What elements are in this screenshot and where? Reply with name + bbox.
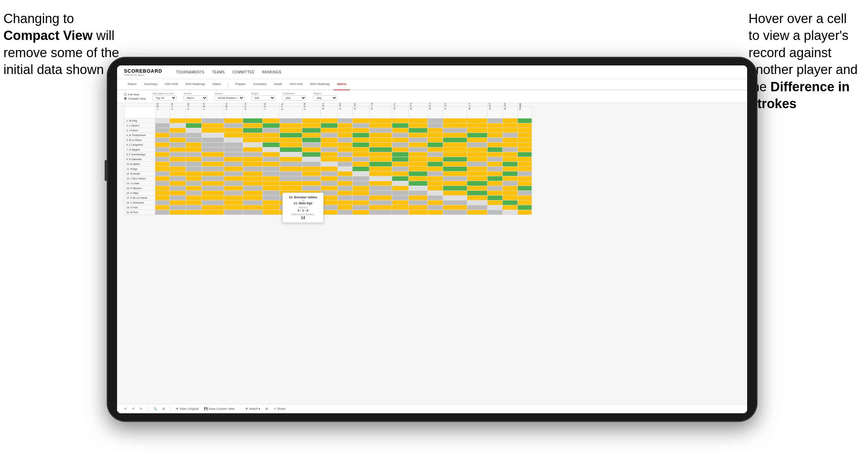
matrix-cell[interactable]: [409, 172, 427, 176]
matrix-cell[interactable]: [224, 167, 243, 172]
matrix-cell[interactable]: [488, 181, 503, 186]
matrix-cell[interactable]: [201, 118, 224, 123]
matrix-cell[interactable]: [427, 118, 443, 123]
matrix-cell[interactable]: [169, 176, 186, 181]
matrix-cell[interactable]: [503, 143, 518, 147]
matrix-cell[interactable]: [338, 196, 353, 200]
matrix-cell[interactable]: [155, 138, 170, 143]
matrix-cell[interactable]: [321, 123, 337, 128]
matrix-cell[interactable]: [518, 152, 532, 157]
matrix-cell[interactable]: [503, 186, 518, 191]
matrix-cell[interactable]: [392, 147, 409, 152]
matrix-cell[interactable]: [443, 157, 467, 162]
matrix-cell[interactable]: [427, 138, 443, 143]
players-select[interactable]: (All): [313, 95, 337, 101]
matrix-cell[interactable]: [443, 176, 467, 181]
matrix-cell[interactable]: [302, 133, 321, 138]
matrix-cell[interactable]: [409, 157, 427, 162]
matrix-cell[interactable]: [352, 167, 369, 172]
toolbar-grid[interactable]: ⊞: [265, 407, 268, 411]
matrix-cell[interactable]: [503, 181, 518, 186]
matrix-cell[interactable]: [488, 191, 503, 196]
matrix-cell[interactable]: [243, 133, 262, 138]
matrix-cell[interactable]: [427, 200, 443, 205]
matrix-cell[interactable]: [443, 147, 467, 152]
matrix-cell[interactable]: [338, 118, 353, 123]
matrix-cell[interactable]: [369, 191, 392, 196]
matrix-cell[interactable]: [338, 186, 353, 191]
matrix-cell[interactable]: [392, 157, 409, 162]
matrix-cell[interactable]: [302, 167, 321, 172]
matrix-cell[interactable]: [169, 128, 186, 133]
matrix-cell[interactable]: [169, 162, 186, 167]
matrix-cell[interactable]: [338, 157, 353, 162]
matrix-cell[interactable]: [201, 172, 224, 176]
matrix-cell[interactable]: [321, 118, 337, 123]
matrix-cell[interactable]: [352, 128, 369, 133]
nav-teams[interactable]: TEAMS: [212, 70, 225, 74]
matrix-cell[interactable]: [352, 205, 369, 210]
matrix-cell[interactable]: [443, 123, 467, 128]
matrix-cell[interactable]: [409, 167, 427, 172]
matrix-cell[interactable]: [503, 196, 518, 200]
nav-tournaments[interactable]: TOURNAMENTS: [176, 70, 205, 74]
matrix-cell[interactable]: [280, 172, 302, 176]
matrix-cell[interactable]: [169, 186, 186, 191]
matrix-cell[interactable]: [263, 196, 280, 200]
matrix-cell[interactable]: [201, 152, 224, 157]
matrix-cell[interactable]: [392, 210, 409, 215]
matrix-cell[interactable]: [280, 157, 302, 162]
matrix-cell[interactable]: [243, 157, 262, 162]
matrix-cell[interactable]: [224, 210, 243, 215]
matrix-cell[interactable]: [338, 181, 353, 186]
matrix-cell[interactable]: [427, 128, 443, 133]
matrix-cell[interactable]: [443, 172, 467, 176]
matrix-cell[interactable]: [169, 172, 186, 176]
matrix-cell[interactable]: [321, 176, 337, 181]
matrix-cell[interactable]: [155, 152, 170, 157]
matrix-cell[interactable]: [369, 181, 392, 186]
matrix-cell[interactable]: [155, 210, 170, 215]
matrix-cell[interactable]: [503, 147, 518, 152]
matrix-cell[interactable]: [243, 152, 262, 157]
matrix-cell[interactable]: [201, 157, 224, 162]
matrix-cell[interactable]: [488, 172, 503, 176]
matrix-cell[interactable]: [201, 162, 224, 167]
matrix-cell[interactable]: [352, 196, 369, 200]
matrix-cell[interactable]: [186, 157, 201, 162]
matrix-cell[interactable]: [169, 200, 186, 205]
matrix-cell[interactable]: [503, 172, 518, 176]
matrix-cell[interactable]: [338, 147, 353, 152]
matrix-cell[interactable]: [169, 152, 186, 157]
matrix-cell[interactable]: [243, 200, 262, 205]
matrix-cell[interactable]: [280, 162, 302, 167]
matrix-cell[interactable]: [263, 200, 280, 205]
matrix-cell[interactable]: [488, 118, 503, 123]
matrix-cell[interactable]: [352, 186, 369, 191]
matrix-cell[interactable]: [186, 167, 201, 172]
matrix-cell[interactable]: [186, 181, 201, 186]
matrix-cell[interactable]: [427, 133, 443, 138]
matrix-cell[interactable]: [503, 123, 518, 128]
matrix-cell[interactable]: [263, 152, 280, 157]
matrix-cell[interactable]: [503, 200, 518, 205]
matrix-cell[interactable]: [186, 138, 201, 143]
matrix-cell[interactable]: [302, 143, 321, 147]
matrix-cell[interactable]: [427, 143, 443, 147]
matrix-cell[interactable]: [443, 210, 467, 215]
matrix-cell[interactable]: [201, 200, 224, 205]
matrix-cell[interactable]: [155, 181, 170, 186]
matrix-cell[interactable]: [201, 176, 224, 181]
matrix-cell[interactable]: [518, 118, 532, 123]
matrix-cell[interactable]: [302, 152, 321, 157]
matrix-cell[interactable]: [503, 138, 518, 143]
matrix-cell[interactable]: [201, 128, 224, 133]
matrix-cell[interactable]: [186, 196, 201, 200]
matrix-cell[interactable]: [409, 147, 427, 152]
matrix-cell[interactable]: [263, 186, 280, 191]
matrix-cell[interactable]: [243, 167, 262, 172]
matrix-cell[interactable]: [201, 167, 224, 172]
matrix-cell[interactable]: [518, 205, 532, 210]
matrix-cell[interactable]: [518, 138, 532, 143]
matrix-cell[interactable]: [392, 118, 409, 123]
